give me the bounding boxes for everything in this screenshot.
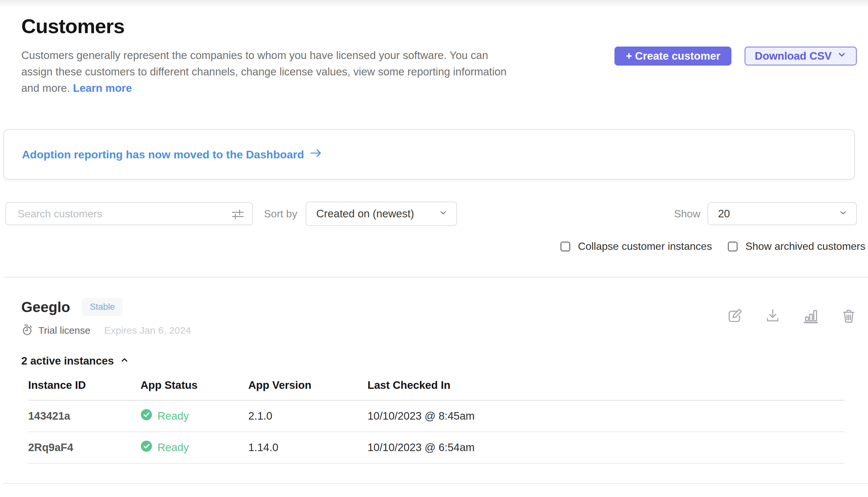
column-header-app-status: App Status [141, 379, 248, 392]
download-icon[interactable] [765, 308, 781, 324]
customer-name-row: Geeglo Stable [21, 298, 191, 316]
search-input[interactable] [5, 202, 253, 225]
customer-name[interactable]: Geeglo [21, 299, 70, 315]
chevron-down-icon [837, 50, 847, 62]
show-archived-checkbox[interactable]: Show archived customers [728, 240, 865, 253]
active-instances-toggle[interactable]: 2 active instances [0, 355, 129, 367]
app-status-cell: Ready [141, 409, 248, 423]
download-csv-label: Download CSV [755, 50, 832, 62]
app-version-cell: 2.1.0 [248, 410, 368, 422]
collapse-instances-checkbox[interactable]: Collapse customer instances [560, 240, 712, 253]
active-instances-label: 2 active instances [21, 355, 114, 367]
table-header-row: Instance ID App Status App Version Last … [28, 379, 844, 401]
filter-sliders-icon[interactable] [231, 207, 245, 223]
bar-chart-icon[interactable] [803, 308, 819, 324]
search-customers-field [5, 202, 253, 225]
app-status-label: Ready [158, 441, 189, 454]
filter-toolbar: Sort by Created on (newest) Show 20 [0, 202, 868, 226]
page-title: Customers [21, 14, 507, 38]
channel-badge: Stable [82, 298, 123, 316]
chevron-down-icon [439, 208, 448, 220]
stopwatch-icon [21, 324, 33, 337]
top-shadow [0, 0, 868, 7]
show-select-value: 20 [718, 208, 730, 220]
show-archived-label: Show archived customers [746, 240, 865, 253]
sort-select[interactable]: Created on (newest) [306, 202, 457, 226]
show-label: Show [674, 208, 700, 220]
sort-by-label: Sort by [264, 208, 297, 220]
app-version-cell: 1.14.0 [248, 441, 368, 454]
table-row: 143421a Ready 2.1.0 10/10/2023 @ 8:45am [28, 401, 844, 432]
header-text-block: Customers Customers generally represent … [21, 14, 507, 96]
adoption-banner-text: Adoption reporting has now moved to the … [22, 148, 304, 161]
adoption-banner: Adoption reporting has now moved to the … [3, 129, 855, 180]
collapse-instances-label: Collapse customer instances [578, 240, 712, 253]
checkbox-unchecked-icon[interactable] [560, 242, 570, 252]
page-header: Customers Customers generally represent … [0, 0, 868, 96]
customer-info: Geeglo Stable Trial license Expires Jan … [21, 298, 191, 337]
instances-table: Instance ID App Status App Version Last … [28, 379, 844, 464]
last-checked-in-cell: 10/10/2023 @ 8:45am [368, 410, 844, 422]
view-options-row: Collapse customer instances Show archive… [0, 240, 868, 253]
table-row: 2Rq9aF4 Ready 1.14.0 10/10/2023 @ 6:54am [28, 432, 844, 464]
checkbox-unchecked-icon[interactable] [728, 242, 738, 252]
license-type: Trial license [38, 325, 90, 336]
app-status-label: Ready [158, 410, 189, 422]
column-header-last-checked-in: Last Checked In [368, 379, 844, 392]
trash-icon[interactable] [840, 308, 857, 324]
show-select[interactable]: 20 [707, 202, 857, 225]
description-text: and more. [21, 82, 70, 94]
description-line: Customers generally represent the compan… [21, 47, 507, 63]
customer-card-header: Geeglo Stable Trial license Expires Jan … [0, 298, 868, 337]
customer-actions [726, 308, 857, 324]
instance-id-cell: 2Rq9aF4 [28, 441, 141, 454]
chevron-up-icon [120, 355, 129, 367]
description-line: assign these customers to different chan… [21, 63, 507, 80]
bottom-divider [3, 483, 868, 484]
create-customer-button[interactable]: + Create customer [615, 46, 732, 66]
last-checked-in-cell: 10/10/2023 @ 6:54am [368, 441, 844, 454]
instance-id-cell: 143421a [28, 410, 141, 422]
edit-customer-icon[interactable] [726, 308, 743, 324]
header-actions: + Create customer Download CSV [615, 46, 857, 66]
check-circle-icon [141, 409, 152, 423]
page-description: Customers generally represent the compan… [21, 47, 507, 96]
app-status-cell: Ready [141, 440, 248, 455]
license-row: Trial license Expires Jan 6, 2024 [21, 324, 191, 337]
check-circle-icon [141, 440, 152, 455]
adoption-banner-link[interactable]: Adoption reporting has now moved to the … [22, 148, 323, 161]
license-expiry: Expires Jan 6, 2024 [104, 325, 191, 336]
chevron-down-icon [839, 208, 848, 220]
learn-more-link[interactable]: Learn more [73, 82, 132, 94]
description-line: and more. Learn more [21, 80, 507, 96]
column-header-app-version: App Version [248, 379, 368, 392]
download-csv-button[interactable]: Download CSV [745, 46, 857, 66]
section-divider [3, 277, 868, 278]
column-header-instance-id: Instance ID [28, 379, 141, 392]
arrow-right-icon [310, 148, 323, 161]
sort-select-value: Created on (newest) [316, 208, 414, 220]
